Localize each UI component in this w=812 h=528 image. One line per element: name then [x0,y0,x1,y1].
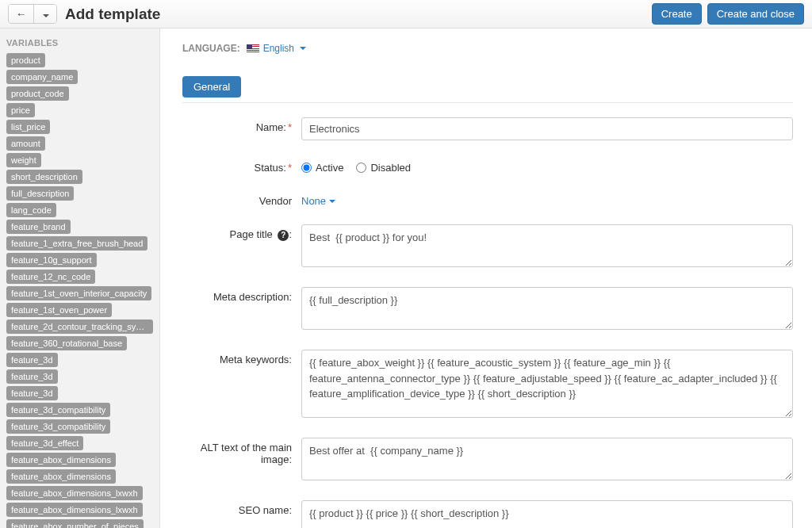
variable-chip[interactable]: company_name [6,70,78,84]
chevron-down-icon [43,14,49,17]
variable-chip[interactable]: feature_3d [6,369,58,384]
divider [182,102,793,103]
variable-chip[interactable]: feature_1_extra_free_brush_head [6,236,147,251]
create-and-close-button[interactable]: Create and close [707,3,804,25]
back-button[interactable]: ← [9,5,34,23]
variable-chip[interactable]: amount [6,136,45,151]
variable-chip[interactable]: price [6,103,35,117]
variable-chip[interactable]: feature_abox_dimensions [6,469,116,484]
status-disabled-radio[interactable] [356,163,366,173]
topbar-left: ← Add template [8,4,160,24]
variable-chip[interactable]: full_description [6,186,74,201]
main: VARIABLES productcompany_nameproduct_cod… [0,29,812,528]
language-selector[interactable]: English [247,43,306,54]
row-status: Status:* Active Disabled [182,158,793,174]
topbar-right: Create Create and close [652,3,804,25]
variable-chip[interactable]: feature_abox_dimensions [6,453,116,467]
vendor-label: Vendor [182,191,301,207]
meta-description-input[interactable]: {{ full_description }} [301,287,793,330]
back-dropdown-button[interactable] [34,5,56,23]
create-button[interactable]: Create [652,3,702,25]
alt-text-label: ALT text of the main image: [182,438,301,465]
meta-keywords-label: Meta keywords: [182,350,301,365]
row-meta-description: Meta description: {{ full_description }} [182,287,793,332]
variable-chip[interactable]: feature_1st_oven_power [6,303,112,317]
variable-chip[interactable]: feature_3d [6,386,58,400]
chevron-down-icon [300,47,306,50]
status-radio-group: Active Disabled [301,158,793,174]
meta-description-label: Meta description: [182,287,301,303]
status-disabled-option[interactable]: Disabled [356,162,411,174]
variable-chip[interactable]: feature_abox_number_of_pieces [6,519,144,528]
page-title: Add template [65,6,160,23]
language-row: LANGUAGE: English [182,43,793,54]
name-label: Name:* [182,117,301,133]
variable-chip[interactable]: feature_360_rotational_base [6,336,127,350]
page-title-input[interactable]: Best {{ product }} for you! [301,224,793,267]
back-button-group: ← [8,4,57,24]
row-meta-keywords: Meta keywords: {{ feature_abox_weight }}… [182,350,793,420]
seo-name-label: SEO name: [182,500,301,516]
variable-chip[interactable]: feature_2d_contour_tracking_system [6,319,153,334]
help-icon[interactable]: ? [278,230,289,241]
status-label: Status:* [182,158,301,174]
variable-chip[interactable]: feature_3d_compatibility [6,419,110,434]
variable-chip[interactable]: feature_3d_compatibility [6,403,110,417]
variable-chip[interactable]: product [6,53,45,67]
vendor-value: None [301,195,326,207]
tab-general[interactable]: General [182,76,241,98]
status-active-radio[interactable] [301,163,312,173]
name-input[interactable] [301,117,793,140]
row-vendor: Vendor None [182,191,793,207]
language-value: English [263,43,294,54]
variable-chip[interactable]: feature_3d_effect [6,436,83,450]
vendor-selector[interactable]: None [301,191,335,207]
topbar: ← Add template Create Create and close [0,0,812,29]
variable-chip[interactable]: feature_abox_dimensions_lxwxh [6,486,143,500]
variable-chip[interactable]: feature_abox_dimensions_lxwxh [6,503,143,517]
meta-keywords-input[interactable]: {{ feature_abox_weight }} {{ feature_aco… [301,350,793,418]
variables-sidebar[interactable]: VARIABLES productcompany_nameproduct_cod… [0,29,160,528]
variable-chip[interactable]: weight [6,153,41,167]
content-area[interactable]: LANGUAGE: English General Name:* Status:… [160,29,812,528]
variable-chip[interactable]: feature_12_nc_code [6,270,95,284]
variable-chip[interactable]: list_price [6,120,50,134]
variable-list: productcompany_nameproduct_codepricelist… [6,53,153,528]
row-name: Name:* [182,117,793,140]
flag-us-icon [247,44,259,53]
row-seo-name: SEO name: {{ product }} {{ price }} {{ s… [182,500,793,528]
variable-chip[interactable]: feature_10g_support [6,253,97,267]
tabs: General [182,76,793,98]
status-active-option[interactable]: Active [301,162,343,174]
language-label: LANGUAGE: [182,43,240,54]
chevron-down-icon [329,200,335,203]
row-alt-text: ALT text of the main image: Best offer a… [182,438,793,483]
seo-name-input[interactable]: {{ product }} {{ price }} {{ short_descr… [301,500,793,528]
variable-chip[interactable]: feature_1st_oven_interior_capacity [6,286,151,300]
page-title-label: Page title ?: [182,224,301,241]
variable-chip[interactable]: feature_brand [6,220,71,234]
sidebar-heading: VARIABLES [6,38,153,48]
variable-chip[interactable]: lang_code [6,203,56,217]
alt-text-input[interactable]: Best offer at {{ company_name }} [301,438,793,480]
variable-chip[interactable]: product_code [6,86,69,101]
row-page-title: Page title ?: Best {{ product }} for you… [182,224,793,270]
variable-chip[interactable]: feature_3d [6,353,58,367]
variable-chip[interactable]: short_description [6,170,82,184]
